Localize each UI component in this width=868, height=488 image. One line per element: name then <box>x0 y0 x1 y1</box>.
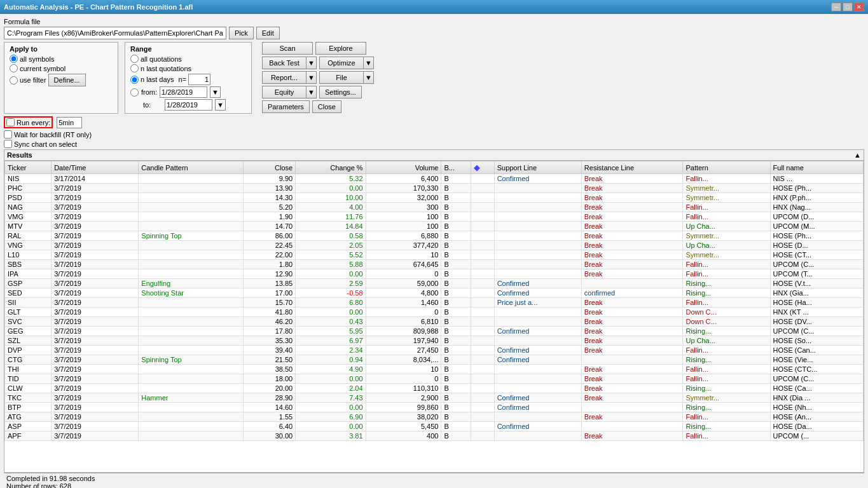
cell-resistance: Break <box>581 193 683 203</box>
table-row[interactable]: SVC 3/7/2019 46.20 0.43 6,810 B Break Do… <box>5 317 864 327</box>
equity-button[interactable]: Equity <box>262 86 307 98</box>
file-button[interactable]: File <box>319 71 364 84</box>
table-row[interactable]: L10 3/7/2019 22.00 5.52 10 B Break Symme… <box>5 250 864 260</box>
table-row[interactable]: CTG 3/7/2019 Spinning Top 21.50 0.94 8,0… <box>5 355 864 365</box>
table-row[interactable]: APF 3/7/2019 30.00 3.81 400 B Break Fall… <box>5 431 864 441</box>
minimize-button[interactable]: ─ <box>831 3 841 11</box>
define-button[interactable]: Define... <box>48 74 86 86</box>
equity-dropdown[interactable]: ▼ <box>307 86 317 98</box>
table-row[interactable]: SBS 3/7/2019 1.80 5.88 674,645 B Break F… <box>5 260 864 269</box>
table-row[interactable]: TID 3/7/2019 18.00 0.00 0 B Break Fallin… <box>5 374 864 384</box>
table-row[interactable]: DVP 3/7/2019 39.40 2.34 27,450 B Confirm… <box>5 346 864 355</box>
cell-datetime: 3/7/2019 <box>52 327 139 336</box>
table-row[interactable]: MTV 3/7/2019 14.70 14.84 100 B Break Up … <box>5 222 864 231</box>
report-dropdown[interactable]: ▼ <box>307 71 317 84</box>
table-row[interactable]: TKC 3/7/2019 Hammer 28.90 7.43 2,900 B C… <box>5 393 864 403</box>
file-dropdown[interactable]: ▼ <box>364 71 374 84</box>
to-date-input[interactable] <box>165 99 212 111</box>
cell-change: 0.43 <box>296 317 366 327</box>
scan-button[interactable]: Scan <box>262 42 313 55</box>
all-quotations-radio[interactable] <box>130 55 139 63</box>
cell-fullname: HOSE (V.t... <box>770 279 863 288</box>
all-symbols-row: all symbols <box>10 55 113 63</box>
sync-chart-label: Sync chart on select <box>14 140 77 148</box>
from-date-radio[interactable] <box>130 88 139 97</box>
table-row[interactable]: NIS 3/17/2014 9.90 5.32 6,400 B Confirme… <box>5 174 864 184</box>
optimize-button[interactable]: Optimize <box>319 57 364 69</box>
sync-chart-checkbox[interactable] <box>4 140 12 148</box>
cell-datetime: 3/7/2019 <box>52 279 139 288</box>
col-header-volume[interactable]: Volume <box>366 161 441 174</box>
backtest-dropdown[interactable]: ▼ <box>307 57 317 69</box>
scroll-up-icon[interactable]: ▲ <box>854 151 861 159</box>
run-every-row: Run every: <box>4 116 864 128</box>
table-row[interactable]: PHC 3/7/2019 13.90 0.00 170,330 B Break … <box>5 184 864 193</box>
table-row[interactable]: NAG 3/7/2019 5.20 4.00 300 B Break Falli… <box>5 203 864 212</box>
col-header-diamond[interactable]: ◆ <box>471 161 495 174</box>
close-button[interactable]: Close <box>312 100 341 113</box>
table-row[interactable]: THI 3/7/2019 38.50 4.90 10 B Break Falli… <box>5 365 864 374</box>
close-button[interactable]: ✕ <box>854 3 864 11</box>
table-row[interactable]: PSD 3/7/2019 14.30 10.00 32,000 B Break … <box>5 193 864 203</box>
table-row[interactable]: SED 3/7/2019 Shooting Star 17.00 -0.58 4… <box>5 288 864 298</box>
col-header-datetime[interactable]: Date/Time <box>52 161 139 174</box>
from-date-input[interactable] <box>160 86 207 98</box>
cell-resistance <box>581 355 683 365</box>
table-row[interactable]: RAL 3/7/2019 Spinning Top 86.00 0.58 6,8… <box>5 231 864 241</box>
cell-ticker: NIS <box>5 174 52 184</box>
pick-button[interactable]: Pick <box>229 27 254 39</box>
col-header-change[interactable]: Change % <box>296 161 366 174</box>
formula-path-input[interactable] <box>4 27 226 39</box>
use-filter-radio[interactable] <box>10 76 18 85</box>
cell-volume: 59,000 <box>366 279 441 288</box>
cell-change: 3.81 <box>296 431 366 441</box>
col-header-resistance[interactable]: Resistance Line <box>581 161 683 174</box>
n-value-input[interactable] <box>188 74 210 85</box>
use-filter-row: use filter Define... <box>10 74 113 86</box>
cell-support: Confirmed <box>494 174 581 184</box>
dropdown-arrow-from[interactable]: ▼ <box>210 86 221 98</box>
current-symbol-radio[interactable] <box>10 64 18 72</box>
all-symbols-radio[interactable] <box>10 55 18 63</box>
cell-support: Confirmed <box>494 346 581 355</box>
maximize-button[interactable]: □ <box>843 3 853 11</box>
cell-pattern: Fallin... <box>683 269 770 279</box>
report-button[interactable]: Report... <box>262 71 307 84</box>
table-row[interactable]: SII 3/7/2019 15.70 6.80 1,460 B Price ju… <box>5 298 864 308</box>
wait-backfill-checkbox[interactable] <box>4 130 12 139</box>
edit-button[interactable]: Edit <box>256 27 280 39</box>
table-row[interactable]: BTP 3/7/2019 14.60 0.00 99,860 B Confirm… <box>5 403 864 412</box>
cell-resistance: Break <box>581 260 683 269</box>
table-row[interactable]: ASP 3/7/2019 6.40 0.00 5,450 B Confirmed… <box>5 422 864 431</box>
table-row[interactable]: ATG 3/7/2019 1.55 6.90 38,020 B Break Fa… <box>5 412 864 422</box>
run-every-checkbox[interactable] <box>6 118 15 126</box>
backtest-button[interactable]: Back Test <box>262 57 307 69</box>
table-row[interactable]: GEG 3/7/2019 17.80 5.95 809,988 B Confir… <box>5 327 864 336</box>
settings-button[interactable]: Settings... <box>319 86 362 98</box>
dropdown-arrow-to[interactable]: ▼ <box>215 99 226 111</box>
n-last-days-radio[interactable] <box>130 76 139 84</box>
col-header-fullname[interactable]: Full name <box>770 161 863 174</box>
cell-support <box>494 212 581 222</box>
table-row[interactable]: VNG 3/7/2019 22.45 2.05 377,420 B Break … <box>5 241 864 250</box>
results-table-container[interactable]: Ticker Date/Time Candle Pattern Close Ch… <box>4 161 864 472</box>
run-every-minutes-input[interactable] <box>57 117 82 128</box>
table-row[interactable]: IPA 3/7/2019 12.90 0.00 0 B Break Fallin… <box>5 269 864 279</box>
cell-change: 5.32 <box>296 174 366 184</box>
n-last-quotations-radio[interactable] <box>130 64 139 72</box>
col-header-close[interactable]: Close <box>243 161 295 174</box>
col-header-pattern[interactable]: Pattern <box>683 161 770 174</box>
col-header-candle[interactable]: Candle Pattern <box>139 161 244 174</box>
parameters-button[interactable]: Parameters <box>262 100 310 113</box>
cell-volume: 38,020 <box>366 412 441 422</box>
optimize-dropdown[interactable]: ▼ <box>364 57 374 69</box>
table-row[interactable]: SZL 3/7/2019 35.30 6.97 197,940 B Break … <box>5 336 864 346</box>
table-row[interactable]: VMG 3/7/2019 1.90 11.76 100 B Break Fall… <box>5 212 864 222</box>
col-header-ticker[interactable]: Ticker <box>5 161 52 174</box>
explore-button[interactable]: Explore <box>315 42 366 55</box>
col-header-b[interactable]: B... <box>441 161 471 174</box>
col-header-support[interactable]: Support Line <box>494 161 581 174</box>
table-row[interactable]: GLT 3/7/2019 41.80 0.00 0 B Break Down C… <box>5 308 864 317</box>
table-row[interactable]: CLW 3/7/2019 20.00 2.04 110,310 B Break … <box>5 384 864 393</box>
table-row[interactable]: GSP 3/7/2019 Engulfing 13.85 2.59 59,000… <box>5 279 864 288</box>
